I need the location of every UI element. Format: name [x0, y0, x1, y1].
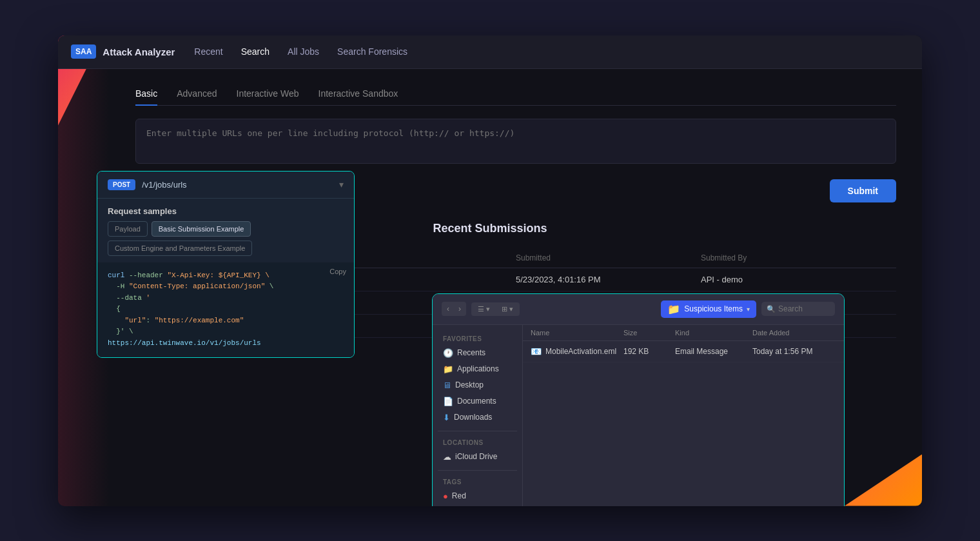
sidebar-item-icloud[interactable]: ☁ iCloud Drive	[438, 449, 517, 465]
copy-button[interactable]: Copy	[329, 268, 346, 275]
col-submitted-by: Submitted By	[701, 253, 886, 262]
folder-chevron-icon: ▾	[747, 306, 750, 313]
nav-recent[interactable]: Recent	[194, 44, 222, 59]
nav-all-jobs[interactable]: All Jobs	[288, 44, 319, 59]
folder-icon: 📁	[667, 303, 680, 315]
downloads-icon: ⬇	[443, 413, 450, 422]
sidebar-item-recents[interactable]: 🕐 Recents	[438, 345, 517, 361]
sidebar-item-desktop[interactable]: 🖥 Desktop	[438, 377, 517, 393]
api-path: /v1/jobs/urls	[142, 180, 333, 190]
sidebar-item-applications[interactable]: 📁 Applications	[438, 361, 517, 377]
url-textarea[interactable]	[135, 119, 896, 164]
nav-arrows: ‹ ›	[442, 302, 466, 316]
grid-view-button[interactable]: ⊞ ▾	[496, 304, 518, 315]
tab-basic[interactable]: Basic	[135, 88, 157, 105]
submission-tabs: Basic Advanced Interactive Web Interacti…	[135, 88, 896, 106]
locations-label: Locations	[438, 437, 517, 449]
folder-selector[interactable]: 📁 Suspicious Items ▾	[661, 300, 756, 318]
red-tag-icon: ●	[443, 491, 448, 501]
view-toggle: ☰ ▾ ⊞ ▾	[471, 302, 520, 316]
list-view-button[interactable]: ☰ ▾	[473, 304, 495, 315]
nav-search-forensics[interactable]: Search Forensics	[337, 44, 407, 59]
file-name: MobileActivation.eml	[545, 347, 616, 356]
file-list: Name Size Kind Date Added 📧 MobileActiva…	[523, 325, 844, 506]
col-submitted: Submitted	[516, 253, 701, 262]
desktop-icon: 🖥	[443, 380, 451, 390]
submit-button[interactable]: Submit	[830, 179, 896, 202]
tags-label: Tags	[438, 476, 517, 488]
file-date-added: Today at 1:56 PM	[752, 347, 836, 356]
documents-label: Documents	[457, 397, 496, 406]
col-kind: Kind	[675, 329, 752, 337]
documents-icon: 📄	[443, 397, 453, 406]
file-browser-body: Favorites 🕐 Recents 📁 Applications 🖥 Des…	[433, 325, 844, 506]
applications-label: Applications	[457, 364, 499, 373]
post-badge: POST	[108, 179, 135, 190]
api-panel-header: POST /v1/jobs/urls ▾	[97, 172, 354, 199]
main-nav: Recent Search All Jobs Search Forensics	[194, 44, 407, 59]
request-samples-label: Request samples	[97, 199, 354, 221]
recents-icon: 🕐	[443, 348, 453, 358]
file-list-header: Name Size Kind Date Added	[523, 325, 844, 341]
url-input-area	[135, 119, 896, 166]
file-list-row[interactable]: 📧 MobileActivation.eml 192 KB Email Mess…	[523, 341, 844, 362]
row1-submitted-by: API - demo	[701, 275, 886, 284]
tab-payload[interactable]: Payload	[108, 221, 148, 237]
file-size: 192 KB	[623, 347, 675, 356]
tab-basic-example[interactable]: Basic Submission Example	[152, 221, 251, 237]
sidebar-divider	[438, 431, 517, 431]
app-title: Attack Analyzer	[103, 46, 175, 57]
col-size: Size	[623, 329, 675, 337]
sidebar-item-downloads[interactable]: ⬇ Downloads	[438, 409, 517, 426]
file-kind: Email Message	[675, 347, 752, 356]
sidebar-item-red[interactable]: ● Red	[438, 488, 517, 504]
icloud-icon: ☁	[443, 452, 451, 462]
nav-search[interactable]: Search	[241, 44, 270, 59]
tab-advanced[interactable]: Advanced	[177, 88, 217, 105]
forward-button[interactable]: ›	[455, 303, 465, 315]
search-icon: 🔍	[767, 305, 776, 313]
logo-badge: SAA	[71, 44, 96, 59]
chevron-down-icon[interactable]: ▾	[339, 179, 344, 190]
file-browser-panel: ‹ › ☰ ▾ ⊞ ▾ 📁 Suspicious Items ▾ 🔍 Favor…	[432, 293, 845, 506]
icloud-label: iCloud Drive	[455, 452, 497, 461]
applications-icon: 📁	[443, 364, 453, 374]
row1-submitted: 5/23/2023, 4:01:16 PM	[516, 275, 701, 284]
code-area: Copy curl --header "X-Api-Key: ${API_KEY…	[97, 262, 354, 357]
file-name-cell: 📧 MobileActivation.eml	[531, 346, 623, 357]
file-panel-toolbar: ‹ › ☰ ▾ ⊞ ▾ 📁 Suspicious Items ▾ 🔍	[433, 294, 844, 325]
code-block: curl --header "X-Api-Key: ${API_KEY} \ -…	[108, 270, 344, 349]
file-search-input[interactable]	[778, 304, 830, 313]
sample-tabs: Payload Basic Submission Example Custom …	[97, 221, 354, 262]
folder-name: Suspicious Items	[684, 304, 743, 313]
sidebar-divider-2	[438, 470, 517, 471]
tab-interactive-sandbox[interactable]: Interactive Sandbox	[318, 88, 398, 105]
back-button[interactable]: ‹	[443, 303, 453, 315]
header: SAA Attack Analyzer Recent Search All Jo…	[58, 35, 922, 69]
tab-custom-engine[interactable]: Custom Engine and Parameters Example	[108, 241, 252, 256]
tab-interactive-web[interactable]: Interactive Web	[237, 88, 299, 105]
downloads-label: Downloads	[454, 413, 492, 422]
file-search-box[interactable]: 🔍	[761, 302, 835, 316]
favorites-label: Favorites	[438, 333, 517, 345]
desktop-label: Desktop	[455, 380, 484, 389]
recents-label: Recents	[457, 348, 485, 357]
file-sidebar: Favorites 🕐 Recents 📁 Applications 🖥 Des…	[433, 325, 523, 506]
email-file-icon: 📧	[531, 346, 542, 357]
api-panel: POST /v1/jobs/urls ▾ Request samples Pay…	[97, 171, 355, 358]
red-tag-label: Red	[452, 491, 466, 500]
col-date-added: Date Added	[752, 329, 836, 337]
col-file-name: Name	[531, 329, 623, 337]
sidebar-item-documents[interactable]: 📄 Documents	[438, 393, 517, 409]
